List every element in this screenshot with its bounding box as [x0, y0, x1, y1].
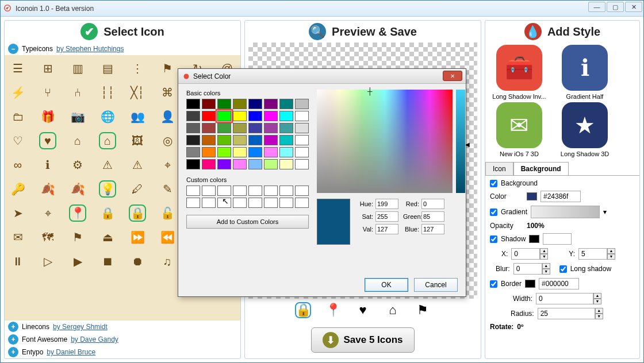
basic-color-swatch[interactable]	[186, 159, 200, 169]
custom-color-swatch[interactable]	[233, 198, 247, 208]
icon-cell[interactable]: ⚑	[69, 229, 86, 246]
border-checkbox[interactable]	[490, 280, 497, 288]
basic-color-swatch[interactable]	[279, 123, 293, 133]
basic-color-swatch[interactable]	[202, 147, 216, 157]
add-to-custom-button[interactable]: Add to Custom Colors	[186, 215, 309, 229]
icon-cell[interactable]: ▷	[39, 253, 56, 270]
spin-down[interactable]: ▼	[595, 314, 603, 319]
icon-cell[interactable]: ⊞	[39, 60, 56, 77]
style-preset[interactable]: ★Long Shadow 3D	[553, 102, 616, 157]
icon-cell[interactable]: 👤	[159, 108, 176, 125]
icon-cell[interactable]: 👥	[129, 108, 146, 125]
icon-cell[interactable]: ⚠	[99, 156, 116, 173]
basic-color-swatch[interactable]	[233, 147, 247, 157]
minimize-button[interactable]: ―	[588, 2, 605, 12]
basic-color-swatch[interactable]	[295, 135, 309, 145]
basic-color-swatch[interactable]	[264, 123, 278, 133]
icon-cell[interactable]: 🔒	[129, 204, 146, 222]
close-button[interactable]: ✕	[625, 2, 642, 12]
icon-cell[interactable]: ✎	[159, 180, 176, 198]
preview-icon[interactable]: 📍	[325, 302, 341, 318]
basic-color-swatch[interactable]	[233, 111, 247, 121]
sat-input[interactable]	[375, 211, 398, 222]
basic-color-swatch[interactable]	[186, 135, 200, 145]
icon-cell[interactable]: ⏩	[129, 229, 146, 246]
basic-color-swatch[interactable]	[248, 135, 262, 145]
icon-cell[interactable]: 💡	[99, 180, 116, 198]
shadow-checkbox[interactable]	[490, 235, 497, 243]
custom-color-swatch[interactable]	[186, 186, 200, 196]
style-preset[interactable]: ✉New iOs 7 3D	[488, 102, 551, 157]
blue-input[interactable]	[421, 224, 444, 234]
basic-color-swatch[interactable]	[233, 99, 247, 109]
basic-color-swatch[interactable]	[279, 99, 293, 109]
spin-up[interactable]: ▲	[595, 308, 603, 314]
basic-color-swatch[interactable]	[295, 159, 309, 169]
custom-color-swatch[interactable]	[279, 186, 293, 196]
icon-cell[interactable]: ♡	[9, 132, 26, 149]
icon-cell[interactable]: 🔒	[99, 204, 116, 222]
basic-color-swatch[interactable]	[295, 123, 309, 133]
basic-color-swatch[interactable]	[264, 99, 278, 109]
icon-cell[interactable]: 📍	[69, 204, 86, 222]
iconset-closed-row[interactable]: +Font Awesomeby Dave Gandy	[5, 333, 240, 346]
basic-color-swatch[interactable]	[186, 111, 200, 121]
basic-color-swatch[interactable]	[186, 99, 200, 109]
icon-cell[interactable]: 🎁	[39, 108, 56, 125]
hue-slider[interactable]: ◀	[456, 90, 465, 193]
iconset-open-row[interactable]: – Typeicons by Stephen Hutchings	[5, 43, 240, 55]
icon-cell[interactable]: ▥	[69, 60, 86, 77]
icon-cell[interactable]: ⏹	[99, 253, 116, 270]
cancel-button[interactable]: Cancel	[414, 278, 458, 292]
style-preset[interactable]: 🧰Long Shadow Inv...	[488, 45, 551, 100]
basic-color-swatch[interactable]	[295, 147, 309, 157]
basic-color-swatch[interactable]	[248, 111, 262, 121]
save-button[interactable]: ⬇ Save 5 Icons	[311, 327, 415, 353]
basic-color-swatch[interactable]	[295, 99, 309, 109]
collapse-icon[interactable]: –	[8, 44, 18, 54]
iconset-author-link[interactable]: by Sergey Shmidt	[53, 323, 108, 331]
basic-color-swatch[interactable]	[217, 135, 231, 145]
gradient-dropdown[interactable]	[531, 206, 600, 218]
spin-up[interactable]: ▲	[542, 263, 550, 269]
spin-up[interactable]: ▲	[607, 248, 615, 254]
icon-cell[interactable]: ▤	[99, 60, 116, 77]
dialog-close-button[interactable]: ✕	[443, 71, 462, 81]
icon-cell[interactable]: ⚙	[69, 156, 86, 173]
icon-cell[interactable]: ⏺	[129, 253, 146, 270]
preview-icon[interactable]: 🔒	[295, 302, 311, 318]
basic-color-swatch[interactable]	[279, 135, 293, 145]
custom-color-swatch[interactable]	[264, 198, 278, 208]
preview-icon[interactable]: ⌂	[385, 302, 401, 318]
preview-icon[interactable]: ⚑	[415, 302, 431, 318]
basic-color-swatch[interactable]	[217, 159, 231, 169]
color-hex-input[interactable]	[540, 191, 581, 202]
maximize-button[interactable]: ▢	[607, 2, 624, 12]
basic-color-swatch[interactable]	[202, 123, 216, 133]
custom-color-swatch[interactable]	[217, 186, 231, 196]
color-gradient-field[interactable]: ┼	[317, 90, 453, 193]
icon-cell[interactable]: ⑃	[69, 84, 86, 101]
basic-color-swatch[interactable]	[279, 159, 293, 169]
basic-color-swatch[interactable]	[217, 123, 231, 133]
green-input[interactable]	[421, 211, 444, 222]
icon-cell[interactable]: ╳┆	[129, 84, 146, 101]
basic-color-swatch[interactable]	[233, 123, 247, 133]
icon-cell[interactable]: ∞	[9, 156, 26, 173]
icon-cell[interactable]: ➤	[9, 204, 26, 222]
icon-cell[interactable]: ☰	[9, 60, 26, 77]
icon-cell[interactable]: ⚑	[159, 60, 176, 77]
style-preset[interactable]: ℹGradient Half	[553, 45, 616, 100]
custom-color-swatch[interactable]	[295, 186, 309, 196]
icon-cell[interactable]: 📷	[69, 108, 86, 125]
basic-color-swatch[interactable]	[186, 123, 200, 133]
basic-color-swatch[interactable]	[217, 99, 231, 109]
long-shadow-checkbox[interactable]	[559, 265, 567, 273]
basic-color-swatch[interactable]	[233, 159, 247, 169]
shadow-y-input[interactable]	[578, 248, 607, 260]
ok-button[interactable]: OK	[365, 278, 408, 292]
iconset-author-link[interactable]: by Dave Gandy	[71, 335, 118, 343]
basic-color-swatch[interactable]	[186, 147, 200, 157]
icon-cell[interactable]: ⑂	[39, 84, 56, 101]
basic-color-swatch[interactable]	[217, 111, 231, 121]
